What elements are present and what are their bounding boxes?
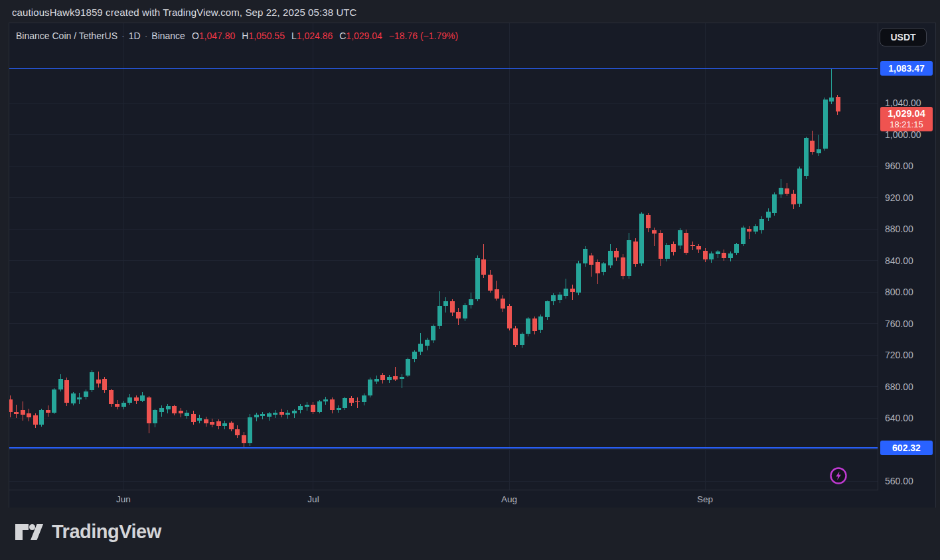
time-axis[interactable]: JunJulAugSep: [9, 490, 878, 508]
price-axis[interactable]: 1,040.001,000.00960.00920.00880.00840.00…: [878, 23, 935, 490]
tradingview-mark-icon: [15, 524, 44, 541]
chart-legend[interactable]: Binance Coin / TetherUS·1D·BinanceO1,047…: [16, 31, 458, 41]
open-label: O: [185, 31, 199, 41]
last-price-badge[interactable]: 1,029.0418:21:15: [880, 107, 933, 131]
price-tick: 640.00: [885, 412, 913, 424]
change-value: −18.76 (−1.79%): [382, 31, 458, 41]
time-tick-aug: Aug: [501, 494, 517, 504]
footer: TradingView: [0, 508, 940, 560]
time-tick-jun: Jun: [116, 494, 131, 504]
legend-separator: ·: [118, 31, 129, 41]
tradingview-wordmark: TradingView: [52, 521, 161, 543]
legend-separator: ·: [141, 31, 152, 41]
bar-countdown: 18:21:15: [880, 119, 933, 129]
price-line-badge[interactable]: 602.32: [880, 441, 933, 455]
price-tick: 560.00: [885, 475, 913, 487]
price-tick: 760.00: [885, 318, 913, 330]
last-price-value: 1,029.04: [880, 108, 933, 119]
close-label: C: [333, 31, 346, 41]
candlestick-chart[interactable]: [9, 23, 878, 490]
price-tick: 960.00: [885, 160, 913, 172]
time-tick-jul: Jul: [307, 494, 319, 504]
price-tick: 840.00: [885, 255, 913, 267]
exchange-label: Binance: [151, 31, 185, 41]
open-value: 1,047.80: [199, 31, 236, 41]
low-label: L: [285, 31, 297, 41]
low-value: 1,024.86: [297, 31, 333, 41]
price-tick: 680.00: [885, 381, 913, 393]
time-tick-sep: Sep: [697, 494, 713, 504]
symbol-title[interactable]: Binance Coin / TetherUS: [16, 31, 118, 41]
boost-icon[interactable]: [829, 466, 848, 485]
high-label: H: [235, 31, 248, 41]
close-value: 1,029.04: [346, 31, 382, 41]
price-tick: 920.00: [885, 192, 913, 204]
high-value: 1,050.55: [248, 31, 285, 41]
interval-label[interactable]: 1D: [129, 31, 141, 41]
price-tick: 720.00: [885, 349, 913, 361]
price-tick: 880.00: [885, 223, 913, 235]
price-line-badge[interactable]: 1,083.47: [880, 61, 933, 76]
attribution-text: cautiousHawk91859 created with TradingVi…: [12, 7, 357, 18]
tradingview-snapshot: cautiousHawk91859 created with TradingVi…: [0, 0, 940, 560]
price-tick: 800.00: [885, 286, 913, 298]
tradingview-logo[interactable]: TradingView: [15, 521, 161, 543]
chart-widget: Binance Coin / TetherUS·1D·BinanceO1,047…: [9, 23, 936, 508]
currency-toggle-button[interactable]: USDT: [880, 28, 927, 46]
